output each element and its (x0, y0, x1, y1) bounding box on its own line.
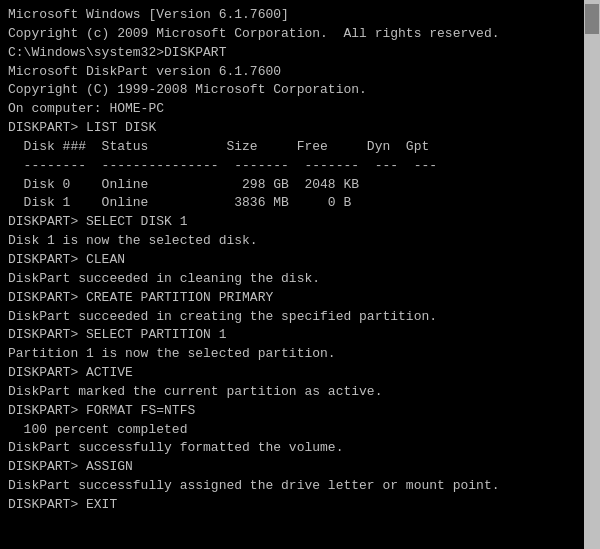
terminal-line: Partition 1 is now the selected partitio… (8, 345, 576, 364)
terminal-line: 100 percent completed (8, 421, 576, 440)
terminal-line: DISKPART> ASSIGN (8, 458, 576, 477)
terminal-line: DISKPART> SELECT DISK 1 (8, 213, 576, 232)
terminal-line: Disk 1 is now the selected disk. (8, 232, 576, 251)
terminal-line: Disk 1 Online 3836 MB 0 B (8, 194, 576, 213)
terminal-line: DISKPART> SELECT PARTITION 1 (8, 326, 576, 345)
terminal-line: DISKPART> CREATE PARTITION PRIMARY (8, 289, 576, 308)
terminal-line: DISKPART> FORMAT FS=NTFS (8, 402, 576, 421)
terminal-line: Copyright (C) 1999-2008 Microsoft Corpor… (8, 81, 576, 100)
terminal-line: C:\Windows\system32>DISKPART (8, 44, 576, 63)
terminal-line: DiskPart marked the current partition as… (8, 383, 576, 402)
terminal-line: DISKPART> CLEAN (8, 251, 576, 270)
terminal-line: Disk 0 Online 298 GB 2048 KB (8, 176, 576, 195)
terminal-line: Copyright (c) 2009 Microsoft Corporation… (8, 25, 576, 44)
terminal-line: DISKPART> ACTIVE (8, 364, 576, 383)
terminal-content[interactable]: Microsoft Windows [Version 6.1.7600]Copy… (0, 0, 584, 549)
cmd-window: Microsoft Windows [Version 6.1.7600]Copy… (0, 0, 600, 549)
terminal-line: -------- --------------- ------- -------… (8, 157, 576, 176)
scrollbar[interactable] (584, 0, 600, 549)
scrollbar-thumb[interactable] (585, 4, 599, 34)
terminal-line: Microsoft DiskPart version 6.1.7600 (8, 63, 576, 82)
terminal-line: On computer: HOME-PC (8, 100, 576, 119)
terminal-line: DiskPart successfully assigned the drive… (8, 477, 576, 496)
terminal-line: DISKPART> LIST DISK (8, 119, 576, 138)
terminal-line: DiskPart succeeded in cleaning the disk. (8, 270, 576, 289)
terminal-line: Disk ### Status Size Free Dyn Gpt (8, 138, 576, 157)
terminal-line: Microsoft Windows [Version 6.1.7600] (8, 6, 576, 25)
terminal-line: DiskPart succeeded in creating the speci… (8, 308, 576, 327)
terminal-line: DISKPART> EXIT (8, 496, 576, 515)
terminal-line: DiskPart successfully formatted the volu… (8, 439, 576, 458)
